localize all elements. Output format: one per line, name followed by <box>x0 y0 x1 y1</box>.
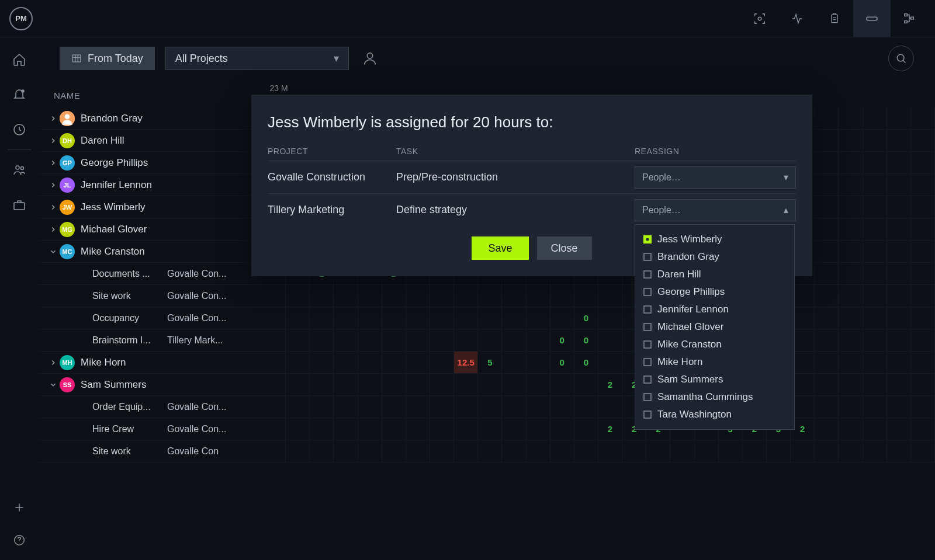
bell-icon[interactable] <box>11 86 27 103</box>
clock-icon[interactable] <box>11 121 27 138</box>
reassign-select-open[interactable]: People…▴ <box>635 199 796 221</box>
checkbox-icon[interactable] <box>643 375 652 384</box>
task-row[interactable]: OccupancyGovalle Con... <box>39 307 262 329</box>
grid-cell <box>382 352 406 373</box>
search-button[interactable] <box>888 46 914 71</box>
grid-cell <box>550 418 574 440</box>
clipboard-icon[interactable] <box>816 0 853 37</box>
help-icon[interactable] <box>11 532 27 548</box>
link-icon[interactable] <box>853 0 891 37</box>
hierarchy-icon[interactable] <box>891 0 928 37</box>
save-button[interactable]: Save <box>472 236 528 260</box>
checkbox-icon[interactable] <box>643 253 652 261</box>
grid-cell <box>430 418 454 440</box>
person-row[interactable]: SSSam Summers <box>39 374 262 396</box>
people-icon[interactable] <box>11 162 27 178</box>
dropdown-item-label: Jennifer Lennon <box>657 304 729 315</box>
dropdown-item[interactable]: George Phillips <box>635 283 794 301</box>
grid-cell <box>430 352 454 373</box>
chevron-right-icon[interactable] <box>47 137 60 145</box>
dropdown-item[interactable]: Daren Hill <box>635 266 794 283</box>
grid-cell <box>839 174 863 196</box>
chevron-right-icon[interactable] <box>47 114 60 123</box>
chevron-right-icon[interactable] <box>47 203 60 211</box>
dropdown-item[interactable]: Tara Washington <box>635 406 794 423</box>
checkbox-icon[interactable] <box>643 305 652 314</box>
task-row[interactable]: Site workGovalle Con <box>39 440 262 462</box>
briefcase-icon[interactable] <box>11 197 27 213</box>
person-row[interactable]: JWJess Wimberly <box>39 196 262 218</box>
dropdown-item[interactable]: Brandon Gray <box>635 248 794 266</box>
grid-cell <box>262 418 286 440</box>
person-row[interactable]: MHMike Horn <box>39 352 262 374</box>
scan-icon[interactable] <box>741 0 778 37</box>
grid-cell: 5 <box>478 352 502 373</box>
task-project: Tillery Mark... <box>167 335 223 346</box>
person-name: George Phillips <box>81 157 148 169</box>
person-row[interactable]: DHDaren Hill <box>39 130 262 152</box>
grid-cell <box>430 307 454 329</box>
grid-cell <box>863 107 887 129</box>
chevron-right-icon[interactable] <box>47 225 60 234</box>
task-name: Site work <box>92 446 162 457</box>
dropdown-item[interactable]: Michael Glover <box>635 318 794 336</box>
person-row[interactable]: JLJennifer Lennon <box>39 174 262 196</box>
grid-cell: 0 <box>574 352 598 373</box>
checkbox-icon[interactable] <box>643 323 652 331</box>
grid-cell <box>286 352 310 373</box>
activity-icon[interactable] <box>778 0 816 37</box>
checkbox-icon[interactable] <box>643 411 652 419</box>
task-row[interactable]: Order Equip...Govalle Con... <box>39 396 262 418</box>
task-row[interactable]: Site workGovalle Con... <box>39 285 262 307</box>
reassign-select[interactable]: People…▾ <box>635 166 796 189</box>
avatar: GP <box>60 155 75 171</box>
grid-cell <box>815 218 839 240</box>
grid-cell <box>863 241 887 262</box>
task-row[interactable]: Documents ...Govalle Con... <box>39 263 262 285</box>
person-row[interactable]: MCMike Cranston <box>39 241 262 263</box>
dropdown-item[interactable]: Sam Summers <box>635 371 794 388</box>
person-row[interactable]: GPGeorge Phillips <box>39 152 262 174</box>
grid-cell <box>550 440 574 462</box>
person-row[interactable]: MGMichael Glover <box>39 218 262 241</box>
checkbox-icon[interactable] <box>643 393 652 401</box>
chevron-right-icon[interactable] <box>47 181 60 189</box>
chevron-right-icon[interactable] <box>47 359 60 367</box>
grid-cell <box>598 440 622 462</box>
chevron-down-icon[interactable] <box>47 248 60 256</box>
home-icon[interactable] <box>11 51 27 68</box>
dropdown-item[interactable]: Jess Wimberly <box>635 231 794 248</box>
dropdown-item[interactable]: Jennifer Lennon <box>635 301 794 318</box>
close-button[interactable]: Close <box>537 236 592 260</box>
grid-cell <box>454 418 478 440</box>
grid-cell <box>406 440 430 462</box>
user-outline-icon[interactable] <box>362 50 378 67</box>
dropdown-item[interactable]: Mike Horn <box>635 353 794 371</box>
checkbox-icon[interactable] <box>643 340 652 349</box>
grid-cell <box>358 374 382 395</box>
checkbox-icon[interactable] <box>643 288 652 296</box>
projects-select[interactable]: All Projects ▾ <box>165 47 349 70</box>
svg-point-8 <box>16 166 19 169</box>
svg-point-6 <box>22 90 24 92</box>
grid-cell <box>334 352 358 373</box>
grid-cell <box>502 329 526 351</box>
task-row[interactable]: Hire CrewGovalle Con... <box>39 418 262 440</box>
chevron-right-icon[interactable] <box>47 159 60 167</box>
modal-title: Jess Wimberly is assigned for 20 hours t… <box>268 113 796 131</box>
grid-cell <box>334 285 358 307</box>
dropdown-item[interactable]: Mike Cranston <box>635 336 794 353</box>
task-row[interactable]: Brainstorm I...Tillery Mark... <box>39 329 262 352</box>
checkbox-icon[interactable] <box>643 270 652 279</box>
person-row[interactable]: Brandon Gray <box>39 107 262 130</box>
svg-rect-12 <box>72 55 81 62</box>
grid-cell <box>574 418 598 440</box>
chevron-down-icon[interactable] <box>47 381 60 389</box>
plus-icon[interactable] <box>11 499 27 516</box>
task-project: Govalle Con... <box>167 424 226 434</box>
dropdown-item[interactable]: Samantha Cummings <box>635 388 794 406</box>
checkbox-icon[interactable] <box>643 235 652 244</box>
person-name: Brandon Gray <box>81 113 143 124</box>
checkbox-icon[interactable] <box>643 358 652 366</box>
from-today-button[interactable]: From Today <box>60 47 155 70</box>
